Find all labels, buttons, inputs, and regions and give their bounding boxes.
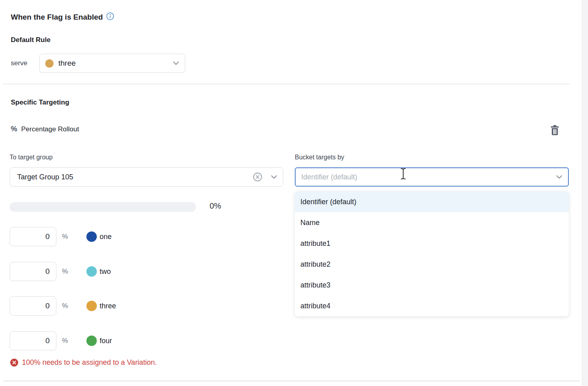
percent-sign: % xyxy=(62,337,72,345)
variation-color-dot xyxy=(86,231,97,242)
page-title-text: When the Flag is Enabled xyxy=(11,13,103,22)
variation-row-three: % three xyxy=(10,296,116,316)
variation-row-two: % two xyxy=(10,262,111,281)
bucket-by-label: Bucket targets by xyxy=(295,154,344,161)
error-text: 100% needs to be assigned to a Variation… xyxy=(22,358,157,367)
variation-row-four: % four xyxy=(10,331,112,350)
variation-percent-input[interactable] xyxy=(10,227,56,246)
variation-color-dot xyxy=(86,336,97,346)
bucket-by-options-menu: Identifier (default) Name attribute1 att… xyxy=(295,191,569,316)
menu-item-attribute3[interactable]: attribute3 xyxy=(295,275,569,296)
variation-name: two xyxy=(100,267,111,276)
menu-item-name[interactable]: Name xyxy=(295,212,569,233)
percentage-rollout-header: % Percentage Rollout xyxy=(11,125,79,133)
target-group-dropdown[interactable]: Target Group 105 xyxy=(10,167,283,187)
percentage-rollout-title: Percentage Rollout xyxy=(21,125,79,133)
percent-sign: % xyxy=(62,302,72,310)
bottom-divider xyxy=(3,380,580,382)
rollout-progress-label: 0% xyxy=(210,201,221,211)
menu-item-identifier-default[interactable]: Identifier (default) xyxy=(295,191,569,212)
variation-color-dot xyxy=(45,59,54,68)
variation-name: four xyxy=(100,337,112,345)
chevron-down-icon xyxy=(173,60,179,67)
serve-label: serve xyxy=(11,54,28,73)
percent-icon: % xyxy=(11,125,17,133)
bucket-by-input[interactable] xyxy=(295,167,569,187)
page-background-edge xyxy=(582,0,588,386)
variation-name: one xyxy=(100,233,112,241)
target-group-value: Target Group 105 xyxy=(17,173,248,181)
rollout-error-message: 100% needs to be assigned to a Variation… xyxy=(10,358,157,367)
menu-item-attribute2[interactable]: attribute2 xyxy=(295,254,569,275)
chevron-down-icon[interactable] xyxy=(271,173,277,181)
page-title: When the Flag is Enabled xyxy=(11,12,114,22)
clear-selection-icon[interactable] xyxy=(252,172,263,182)
serve-variation-value: three xyxy=(58,59,168,68)
variation-percent-input[interactable] xyxy=(10,296,56,316)
delete-rollout-button[interactable] xyxy=(549,124,561,137)
variation-color-dot xyxy=(86,301,97,311)
error-icon xyxy=(10,358,19,367)
percent-sign: % xyxy=(62,267,72,275)
rollout-progress-bar xyxy=(10,202,196,212)
menu-item-attribute1[interactable]: attribute1 xyxy=(295,233,569,254)
section-divider xyxy=(3,84,570,84)
variation-percent-input[interactable] xyxy=(10,262,56,281)
variation-row-one: % one xyxy=(10,227,112,246)
info-icon[interactable] xyxy=(106,12,114,22)
serve-variation-dropdown[interactable]: three xyxy=(39,54,185,73)
variation-color-dot xyxy=(86,266,97,277)
specific-targeting-heading: Specific Targeting xyxy=(11,99,69,107)
target-group-label: To target group xyxy=(10,154,53,161)
menu-item-attribute4[interactable]: attribute4 xyxy=(295,296,569,316)
default-rule-heading: Default Rule xyxy=(11,36,50,44)
percent-sign: % xyxy=(62,233,72,241)
flag-targeting-panel: When the Flag is Enabled Default Rule se… xyxy=(0,0,588,386)
variation-percent-input[interactable] xyxy=(10,331,56,350)
variation-name: three xyxy=(100,302,116,310)
